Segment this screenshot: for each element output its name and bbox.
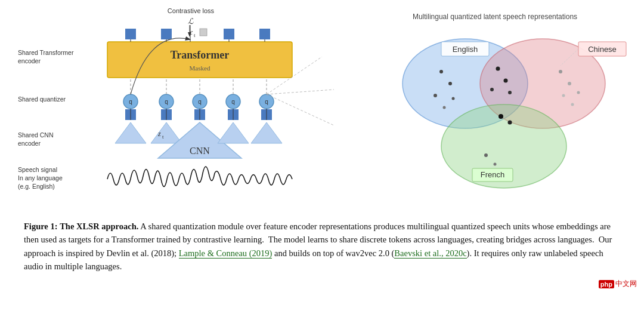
cnn-tri-5 — [251, 122, 282, 143]
watermark-chinese: 中文网 — [615, 279, 637, 289]
dot-center-1 — [499, 114, 503, 119]
contrastive-loss-label: Contrastive loss — [168, 7, 215, 14]
arch-diagram: Contrastive loss ℒ c t Transfor — [12, 6, 358, 209]
ct-subscript: t — [194, 32, 196, 38]
cnn-tri-2 — [151, 122, 182, 143]
watermark: php 中文网 — [599, 279, 637, 289]
baevski-link[interactable]: Baevski et al., 2020c — [394, 248, 466, 259]
venn-title: Multilingual quantized latent speech rep… — [413, 13, 577, 21]
dot-enc-3 — [490, 88, 494, 91]
venn-svg: Multilingual quantized latent speech rep… — [358, 6, 632, 209]
masked-label: Masked — [190, 64, 210, 72]
dot-center-2 — [508, 121, 512, 125]
cnn-label: CNN — [190, 146, 210, 156]
arch-svg: Contrastive loss ℒ c t Transfor — [12, 6, 358, 209]
figure-title: The XLSR approach. — [60, 222, 138, 231]
loss-symbol: ℒ — [188, 17, 194, 26]
q-label-4: q — [231, 99, 235, 105]
shared-cnn-label-2: encoder — [18, 140, 41, 147]
token-sq-5 — [259, 29, 270, 39]
diagram-area: Contrastive loss ℒ c t Transfor — [0, 0, 644, 215]
chinese-label: Chinese — [588, 45, 617, 54]
ct-square — [200, 29, 207, 36]
dot-en-1 — [439, 70, 443, 73]
waveform-bg — [107, 164, 293, 194]
token-sq-4 — [224, 29, 234, 39]
shared-transformer-label-2: encoder — [18, 57, 41, 64]
dot-enc-4 — [508, 91, 512, 94]
dot-cn-4 — [577, 91, 580, 94]
dot-enc-2 — [504, 79, 508, 83]
cross-line-2 — [267, 90, 334, 94]
lample-link[interactable]: Lample & Conneau (2019) — [179, 248, 273, 259]
token-sq-2 — [161, 29, 172, 39]
q-label-5: q — [265, 99, 268, 105]
main-container: Contrastive loss ℒ c t Transfor — [0, 0, 644, 326]
dot-en-3 — [434, 94, 437, 97]
figure-label: Figure 1: — [24, 222, 58, 231]
waveform — [107, 167, 292, 187]
dot-fr-2 — [494, 163, 497, 166]
transformer-label: Transformer — [171, 49, 230, 61]
zt-label: z — [157, 130, 161, 138]
cnn-tri-1 — [115, 122, 146, 143]
dot-en-2 — [448, 82, 452, 85]
q-label-2: q — [165, 99, 168, 105]
french-label: French — [481, 170, 504, 179]
venn-diagram: Multilingual quantized latent speech rep… — [358, 6, 632, 209]
dot-en-4 — [452, 97, 455, 100]
shared-transformer-label-1: Shared Transformer — [18, 49, 74, 56]
speech-label-2: In any language — [18, 174, 63, 182]
cross-line-3 — [267, 94, 334, 125]
speech-label-1: Speech signal — [18, 166, 57, 173]
token-sq-1 — [125, 29, 136, 39]
dot-fr-1 — [484, 153, 488, 157]
shared-cnn-label-1: Shared CNN — [18, 131, 54, 139]
cnn-tri-4 — [218, 122, 249, 143]
q-label-3: q — [198, 99, 202, 105]
shared-quantizer-label: Shared quantizer — [18, 96, 66, 103]
speech-label-3: (e.g. English) — [18, 183, 55, 190]
dot-cn-1 — [559, 70, 562, 73]
english-label: English — [453, 45, 478, 54]
dot-cn-2 — [568, 82, 571, 85]
dot-cn-3 — [562, 94, 565, 97]
q-label-1: q — [129, 99, 132, 105]
caption-area: Figure 1: The XLSR approach. A shared qu… — [0, 215, 644, 326]
watermark-php: php — [599, 280, 614, 288]
dot-cn-5 — [571, 103, 574, 106]
dot-en-5 — [443, 106, 446, 109]
dot-enc-1 — [496, 67, 500, 71]
